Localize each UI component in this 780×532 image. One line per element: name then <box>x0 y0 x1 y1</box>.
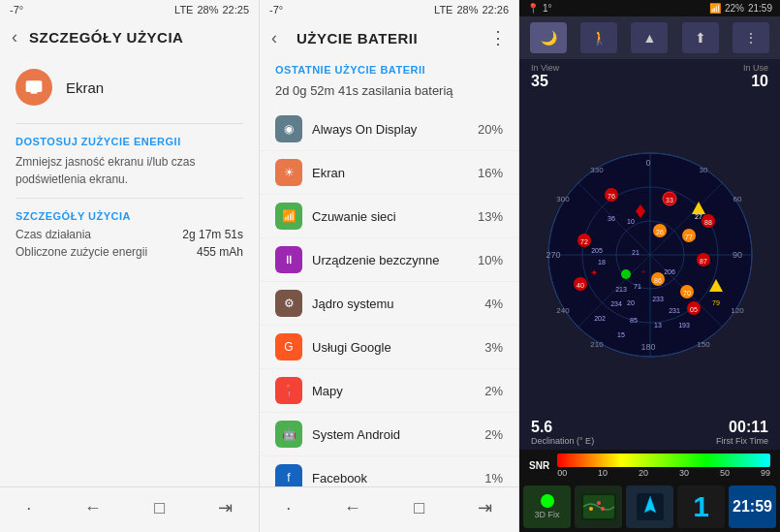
battery-time-text: 2d 0g 52m 41s zasilania baterią <box>260 79 518 108</box>
battery-list-item[interactable]: 📍 Mapy 2% <box>260 369 518 413</box>
battery-list-item[interactable]: 📶 Czuwanie sieci 13% <box>260 195 518 238</box>
svg-text:79: 79 <box>712 299 720 306</box>
battery-item-pct: 2% <box>484 384 503 398</box>
battery-list-item[interactable]: f Facebook 1% <box>260 456 518 486</box>
battery-item-icon-char: ⏸ <box>283 253 295 266</box>
battery-item-pct: 3% <box>484 340 503 355</box>
svg-text:05: 05 <box>690 306 698 313</box>
svg-text:33: 33 <box>666 197 673 203</box>
battery-list-item[interactable]: ⚙ Jądro systemu 4% <box>260 282 518 326</box>
fix-dot <box>541 494 554 508</box>
back-nav-icon[interactable]: ← <box>84 498 102 518</box>
in-use-block: In Use 10 <box>743 63 768 90</box>
detail-key: Czas działania <box>16 228 91 241</box>
fix-button[interactable]: 3D Fix <box>523 485 571 528</box>
battery-list-item[interactable]: ☀ Ekran 16% <box>260 151 518 195</box>
svg-text:193: 193 <box>678 322 690 329</box>
battery-item-icon: G <box>275 333 302 360</box>
svg-text:234: 234 <box>610 300 622 307</box>
snr-scale-container: 00 10 20 30 50 99 <box>557 454 770 478</box>
battery-item-pct: 4% <box>484 297 503 311</box>
navigate-footer-button[interactable] <box>626 485 673 528</box>
person-button[interactable]: 🚶 <box>580 22 617 53</box>
page-title-1: SZCZEGÓŁY UŻYCIA <box>29 29 183 46</box>
svg-text:180: 180 <box>640 342 655 352</box>
svg-text:202: 202 <box>594 315 606 322</box>
snr-label: SNR <box>529 460 549 471</box>
navigate-icon <box>637 493 664 520</box>
svg-text:26: 26 <box>656 229 664 235</box>
time-label-2: 22:26 <box>482 4 509 16</box>
battery-list-item[interactable]: 🤖 System Android 2% <box>260 413 518 456</box>
map-button[interactable] <box>575 485 622 528</box>
fix-time-label: First Fix Time <box>716 436 768 446</box>
svg-text:18: 18 <box>598 259 606 266</box>
snr-bar: SNR 00 10 20 30 50 99 <box>519 450 780 482</box>
back-button[interactable]: ‹ <box>12 27 17 47</box>
svg-text:✦: ✦ <box>590 267 598 278</box>
status-left-3: 📍 1° <box>527 3 552 14</box>
svg-text:205: 205 <box>591 247 603 254</box>
home-nav-icon-2[interactable]: □ <box>414 498 424 518</box>
satellite-count-button: 1 <box>677 485 725 528</box>
more-button[interactable]: ⋮ <box>733 22 769 53</box>
svg-rect-0 <box>26 80 43 92</box>
gps-icon: 📍 <box>527 3 539 14</box>
in-use-label: In Use <box>743 63 768 73</box>
bottom-stats: 5.6 Declination (° E) 00:11 First Fix Ti… <box>519 415 780 450</box>
panel-usage-details: -7° LTE 28% 22:25 ‹ SZCZEGÓŁY UŻYCIA Ekr… <box>0 0 260 532</box>
back-nav-icon-2[interactable]: ← <box>344 498 361 518</box>
svg-text:86: 86 <box>654 277 662 284</box>
battery-item-icon-char: 📶 <box>282 209 296 223</box>
status-right-3: 📶 22% 21:59 <box>709 3 772 14</box>
map-icon <box>581 493 616 520</box>
svg-text:30: 30 <box>699 166 707 174</box>
time-label: 22:25 <box>222 4 249 16</box>
panel1-content: Ekran DOSTOSUJ ZUŻYCIE ENERGII Zmniejsz … <box>0 55 259 486</box>
navigate-button[interactable]: ▲ <box>631 22 668 53</box>
moon-button[interactable]: 🌙 <box>530 22 567 53</box>
bottom-nav-2: · ← □ ⇥ <box>260 486 518 532</box>
menu-button[interactable]: ⋮ <box>489 27 507 48</box>
bottom-nav-1: · ← □ ⇥ <box>0 486 259 532</box>
battery-list-item[interactable]: ◉ Always On Display 20% <box>260 108 518 151</box>
section1-label: DOSTOSUJ ZUŻYCIE ENERGII <box>16 136 243 147</box>
back-button-2[interactable]: ‹ <box>271 28 277 48</box>
share-button[interactable]: ⬆ <box>682 22 719 53</box>
svg-text:10: 10 <box>627 218 635 225</box>
svg-text:60: 60 <box>733 195 741 203</box>
battery-item-pct: 16% <box>478 166 503 180</box>
home-nav-icon[interactable]: □ <box>154 498 165 518</box>
battery-3: 22% <box>725 3 744 14</box>
signal-label: LTE <box>174 4 193 16</box>
svg-point-71 <box>597 501 601 505</box>
panel-gps: 📍 1° 📶 22% 21:59 🌙 🚶 ▲ ⬆ ⋮ In View 35 In… <box>519 0 780 532</box>
battery-item-name: Ekran <box>312 166 478 180</box>
recent-nav-icon[interactable]: ⇥ <box>218 497 233 518</box>
screen-icon-circle <box>16 69 52 106</box>
battery-list-item[interactable]: G Usługi Google 3% <box>260 326 518 369</box>
svg-text:231: 231 <box>669 307 680 314</box>
dot-icon-2: · <box>286 498 291 518</box>
battery-item-icon: 🤖 <box>275 421 302 448</box>
svg-text:150: 150 <box>697 340 710 349</box>
battery-item-name: Jądro systemu <box>312 297 484 311</box>
in-use-val: 10 <box>743 73 768 90</box>
status-bar-3: 📍 1° 📶 22% 21:59 <box>519 0 780 16</box>
battery-list-item[interactable]: ⏸ Urządzenie bezczynne 10% <box>260 238 518 282</box>
svg-text:13: 13 <box>654 322 662 329</box>
battery-item-name: Usługi Google <box>312 340 484 355</box>
recent-nav-icon-2[interactable]: ⇥ <box>478 497 492 518</box>
svg-text:120: 120 <box>731 306 744 315</box>
divider1 <box>16 123 243 124</box>
svg-text:27: 27 <box>695 213 702 220</box>
detail-row: Czas działania2g 17m 51s <box>16 228 243 241</box>
svg-point-73 <box>589 507 593 511</box>
section1-text: Zmniejsz jasność ekranu i/lub czas podśw… <box>16 153 243 188</box>
svg-text:206: 206 <box>664 268 675 275</box>
battery-item-icon-char: 🤖 <box>282 427 296 441</box>
fix-time-val: 00:11 <box>716 419 768 436</box>
temp-icon: -7° <box>10 4 23 16</box>
battery-item-icon-char: ☀ <box>284 166 295 179</box>
svg-text:15: 15 <box>617 331 625 338</box>
